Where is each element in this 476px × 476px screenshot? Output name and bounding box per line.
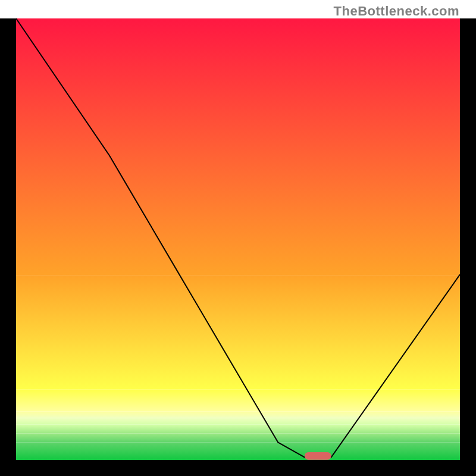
svg-rect-8 [305,452,331,460]
svg-rect-11 [0,460,476,476]
svg-rect-6 [16,433,460,442]
gradient-background [16,18,460,460]
svg-rect-10 [460,18,476,476]
svg-rect-9 [0,18,16,476]
svg-rect-7 [16,442,460,460]
svg-rect-5 [16,425,460,434]
watermark-text: TheBottleneck.com [334,4,459,19]
svg-rect-3 [16,411,460,418]
svg-rect-4 [16,418,460,425]
bottleneck-marker [305,452,331,460]
svg-rect-1 [16,275,460,389]
svg-rect-2 [16,389,460,411]
svg-rect-0 [16,18,460,275]
bottleneck-chart [0,0,476,476]
